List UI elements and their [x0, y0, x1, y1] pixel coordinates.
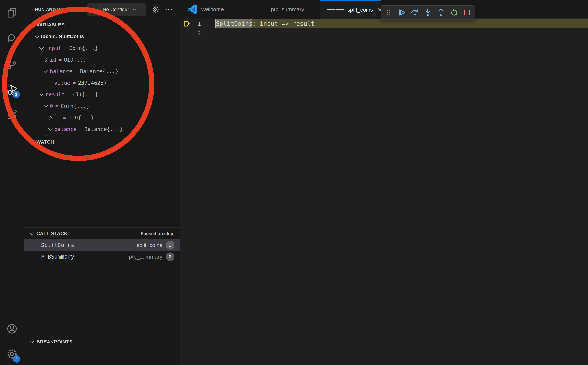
- call-stack-label: CALL STACK: [36, 231, 68, 236]
- stop-icon: [463, 8, 472, 17]
- line-badge: 1: [166, 241, 175, 250]
- continue-button[interactable]: [396, 7, 407, 18]
- chevron-right-icon: [47, 114, 54, 121]
- watch-section: WATCH: [24, 136, 180, 227]
- tab-welcome[interactable]: Welcome: [180, 0, 244, 19]
- chevron-down-icon: [29, 22, 35, 28]
- restart-icon: [450, 8, 459, 17]
- debug-badge: 1: [13, 91, 20, 98]
- variable-row-id[interactable]: id = UID{...}: [24, 112, 180, 123]
- activity-item-extensions[interactable]: [0, 108, 24, 122]
- vscode-window: 1 1 RUN AND DE: [0, 0, 588, 365]
- activity-item-source-control[interactable]: [0, 57, 24, 72]
- vscode-logo-icon: [187, 4, 198, 15]
- step-over-icon: [410, 8, 419, 17]
- code-line: 2: [180, 28, 588, 38]
- chevron-down-icon: [43, 68, 49, 74]
- variable-row-balance[interactable]: balance = Balance{...}: [24, 65, 180, 77]
- chevron-down-icon: [29, 339, 35, 345]
- line-number: 1: [188, 19, 201, 28]
- variables-label: VARIABLES: [36, 22, 65, 28]
- variable-row-id[interactable]: id = UID{...}: [24, 54, 180, 65]
- variables-section: VARIABLES locals: SplitCoins input = Coi…: [24, 0, 180, 136]
- stack-frame-splitcoins[interactable]: SplitCoins split_coins 1: [24, 239, 180, 251]
- extensions-icon: [7, 110, 17, 120]
- step-into-button[interactable]: [422, 7, 433, 18]
- chevron-down-icon: [38, 45, 45, 51]
- activity-item-explorer[interactable]: [0, 5, 24, 20]
- chevron-down-icon: [29, 231, 35, 237]
- chevron-right-icon: [43, 56, 49, 63]
- activity-item-settings[interactable]: 1: [0, 347, 24, 361]
- chevron-down-icon: [47, 126, 54, 132]
- activity-bar: 1 1: [0, 0, 24, 365]
- watch-section-header[interactable]: WATCH: [24, 136, 180, 148]
- chevron-down-icon: [43, 103, 49, 109]
- chevron-down-icon: [38, 91, 45, 98]
- step-over-button[interactable]: [409, 7, 420, 18]
- source-control-icon: [7, 59, 17, 70]
- chevron-down-icon: [34, 34, 40, 40]
- activity-item-search[interactable]: [0, 31, 24, 46]
- code-text: SplitCoins: input => result: [216, 19, 588, 28]
- variable-scope-row[interactable]: locals: SplitCoins: [24, 31, 180, 42]
- file-list-icon: [251, 9, 268, 10]
- continue-icon: [397, 8, 406, 17]
- settings-badge: 1: [13, 355, 21, 363]
- stack-frame-ptbsummary[interactable]: PTBSummary ptb_summary 3: [24, 251, 180, 262]
- breakpoints-section-header[interactable]: BREAKPOINTS: [24, 336, 180, 345]
- scope-label: locals: SplitCoins: [41, 34, 84, 40]
- file-list-icon: [327, 9, 344, 10]
- highlighted-word: SplitCoins: [216, 19, 252, 28]
- run-and-debug-sidebar: RUN AND DEBUG No Configur ···: [24, 0, 180, 365]
- step-into-icon: [424, 8, 432, 17]
- files-icon: [7, 7, 17, 18]
- pause-status: Paused on step: [141, 231, 173, 236]
- text-cursor: [215, 19, 216, 28]
- grip-icon: [385, 8, 392, 17]
- tab-label: split_coins: [347, 7, 373, 13]
- restart-button[interactable]: [448, 7, 460, 18]
- variable-row-value[interactable]: value = 237246257: [24, 77, 180, 89]
- activity-item-account[interactable]: [0, 322, 24, 336]
- line-badge: 3: [166, 252, 175, 261]
- code-line-current: 1 SplitCoins: input => result: [180, 19, 588, 28]
- tab-split-coins[interactable]: split_coins ×: [320, 0, 381, 19]
- tab-ptb-summary[interactable]: ptb_summary: [244, 0, 320, 19]
- debug-toolbar: [381, 5, 475, 20]
- variable-row-result[interactable]: result = (1)[...]: [24, 89, 180, 100]
- variables-section-header[interactable]: VARIABLES: [24, 19, 180, 31]
- variable-row-balance[interactable]: balance = Balance{...}: [24, 123, 180, 135]
- tab-label: ptb_summary: [271, 6, 304, 13]
- toolbar-drag-handle[interactable]: [383, 7, 394, 18]
- breakpoints-section: BREAKPOINTS: [24, 336, 180, 345]
- chevron-down-icon: [29, 139, 35, 145]
- editor-group: Welcome ptb_summary split_coins ×: [180, 0, 588, 365]
- watch-label: WATCH: [36, 139, 54, 145]
- line-number: 2: [188, 28, 201, 38]
- stop-button[interactable]: [461, 7, 473, 18]
- account-icon: [6, 323, 18, 335]
- code-rest: : input => result: [252, 20, 315, 27]
- call-stack-section: CALL STACK Paused on step SplitCoins spl…: [24, 227, 180, 336]
- activity-item-run-and-debug[interactable]: 1: [0, 83, 24, 98]
- search-icon: [7, 33, 17, 44]
- code-editor[interactable]: 1 SplitCoins: input => result 2: [180, 19, 588, 365]
- breakpoints-label: BREAKPOINTS: [36, 339, 72, 345]
- variable-row-0[interactable]: 0 = Coin{...}: [24, 100, 180, 112]
- variable-row-input[interactable]: input = Coin{...}: [24, 42, 180, 54]
- call-stack-section-header[interactable]: CALL STACK Paused on step: [24, 228, 180, 239]
- tab-label: Welcome: [201, 6, 224, 13]
- step-out-button[interactable]: [435, 7, 446, 18]
- step-out-icon: [437, 8, 445, 17]
- variables-tree: locals: SplitCoins input = Coin{...} id …: [24, 31, 180, 136]
